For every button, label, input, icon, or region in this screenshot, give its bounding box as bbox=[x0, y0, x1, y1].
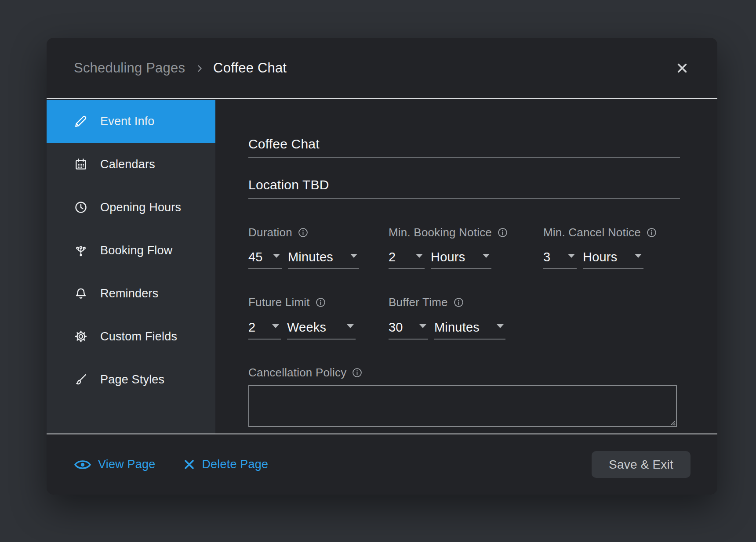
buffer-time-value-row: 30 Minutes bbox=[389, 320, 505, 340]
view-page-button[interactable]: View Page bbox=[74, 458, 155, 471]
bell-icon bbox=[74, 286, 88, 300]
info-icon[interactable] bbox=[454, 297, 464, 307]
event-name-input[interactable] bbox=[248, 137, 680, 158]
gear-icon bbox=[74, 329, 88, 343]
info-icon[interactable] bbox=[298, 228, 308, 238]
future-limit-label: Future Limit bbox=[248, 296, 326, 309]
sidebar-item-page-styles[interactable]: Page Styles bbox=[47, 358, 215, 401]
cancellation-policy-label: Cancellation Policy bbox=[248, 366, 362, 379]
min-cancel-value-row: 3 Hours bbox=[543, 249, 643, 269]
buffer-time-value-select[interactable]: 30 bbox=[389, 320, 428, 340]
sidebar-item-opening-hours[interactable]: Opening Hours bbox=[47, 186, 215, 229]
min-cancel-value-select[interactable]: 3 bbox=[543, 249, 577, 269]
caret-down-icon bbox=[347, 324, 354, 328]
caret-down-icon bbox=[350, 254, 357, 258]
calendar-icon bbox=[74, 157, 88, 171]
sidebar-item-label: Event Info bbox=[100, 115, 155, 128]
event-info-panel: Duration Min. Booking Notice Min. Cancel… bbox=[215, 100, 717, 434]
sidebar-item-calendars[interactable]: Calendars bbox=[47, 143, 215, 186]
min-cancel-notice-label: Min. Cancel Notice bbox=[543, 226, 657, 239]
min-booking-value-select[interactable]: 2 bbox=[389, 249, 425, 269]
chevron-right-icon bbox=[195, 64, 204, 73]
caret-down-icon bbox=[416, 254, 423, 258]
caret-down-icon bbox=[635, 254, 642, 258]
info-icon[interactable] bbox=[352, 368, 362, 378]
caret-down-icon bbox=[273, 254, 280, 258]
min-booking-value-row: 2 Hours bbox=[389, 249, 491, 269]
cancellation-policy-textarea[interactable] bbox=[249, 386, 676, 426]
delete-page-button[interactable]: Delete Page bbox=[183, 458, 268, 471]
sidebar-item-event-info[interactable]: Event Info bbox=[47, 100, 215, 143]
sidebar-item-label: Opening Hours bbox=[100, 201, 181, 214]
min-booking-unit-select[interactable]: Hours bbox=[431, 249, 491, 269]
settings-sidebar: Event Info Calendars Opening Hours Booki… bbox=[47, 100, 215, 434]
caret-down-icon bbox=[483, 254, 490, 258]
modal-header: Scheduling Pages Coffee Chat bbox=[47, 38, 717, 99]
sidebar-item-booking-flow[interactable]: Booking Flow bbox=[47, 229, 215, 272]
future-limit-unit-select[interactable]: Weeks bbox=[287, 320, 356, 340]
x-icon bbox=[183, 459, 195, 470]
brush-icon bbox=[74, 372, 88, 387]
sidebar-item-reminders[interactable]: Reminders bbox=[47, 272, 215, 315]
eye-icon bbox=[74, 459, 91, 471]
min-cancel-unit-select[interactable]: Hours bbox=[583, 249, 643, 269]
page-title: Coffee Chat bbox=[213, 60, 287, 76]
caret-down-icon bbox=[272, 324, 279, 328]
duration-value-select[interactable]: 45 bbox=[248, 249, 282, 269]
duration-unit-select[interactable]: Minutes bbox=[288, 249, 359, 269]
scheduling-page-editor-modal: Scheduling Pages Coffee Chat Event Info … bbox=[47, 38, 717, 495]
sidebar-item-label: Reminders bbox=[100, 287, 158, 300]
future-limit-value-select[interactable]: 2 bbox=[248, 320, 281, 340]
save-exit-button[interactable]: Save & Exit bbox=[592, 451, 691, 478]
min-booking-notice-label: Min. Booking Notice bbox=[389, 226, 508, 239]
cancellation-policy-field bbox=[248, 385, 677, 427]
sidebar-item-custom-fields[interactable]: Custom Fields bbox=[47, 315, 215, 358]
pencil-icon bbox=[74, 114, 88, 128]
info-icon[interactable] bbox=[316, 297, 326, 307]
sidebar-item-label: Custom Fields bbox=[100, 330, 177, 343]
buffer-time-unit-select[interactable]: Minutes bbox=[434, 320, 505, 340]
event-location-input[interactable] bbox=[248, 177, 680, 199]
clock-icon bbox=[74, 200, 88, 214]
buffer-time-label: Buffer Time bbox=[389, 296, 464, 309]
future-limit-value-row: 2 Weeks bbox=[248, 320, 356, 340]
duration-label: Duration bbox=[248, 226, 308, 239]
modal-footer: View Page Delete Page Save & Exit bbox=[47, 434, 717, 495]
close-button[interactable] bbox=[672, 58, 692, 78]
sidebar-item-label: Calendars bbox=[100, 158, 155, 171]
breadcrumb[interactable]: Scheduling Pages bbox=[74, 60, 185, 76]
info-icon[interactable] bbox=[647, 228, 657, 238]
sidebar-item-label: Page Styles bbox=[100, 373, 164, 387]
close-icon bbox=[674, 60, 691, 76]
caret-down-icon bbox=[568, 254, 575, 258]
flow-icon bbox=[74, 243, 88, 257]
info-icon[interactable] bbox=[498, 228, 508, 238]
caret-down-icon bbox=[497, 324, 504, 328]
duration-value-row: 45 Minutes bbox=[248, 249, 359, 269]
sidebar-item-label: Booking Flow bbox=[100, 244, 172, 257]
caret-down-icon bbox=[419, 324, 426, 328]
